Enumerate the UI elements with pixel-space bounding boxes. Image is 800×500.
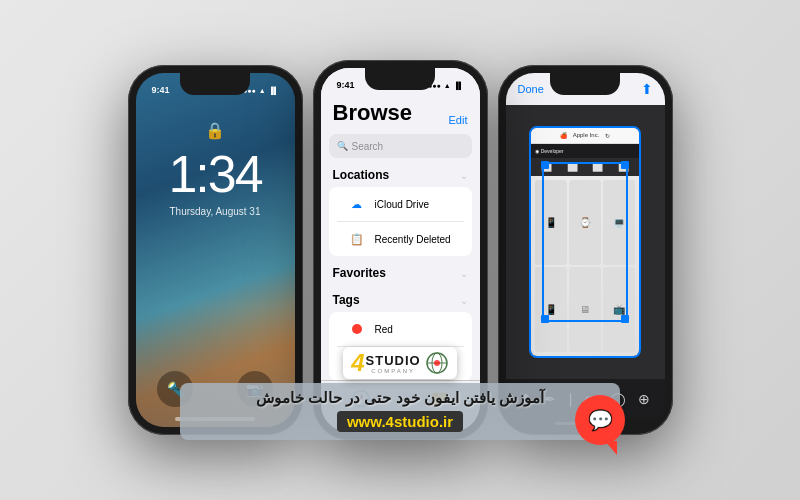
ss-inner-bar: 🍎 Apple Inc. ↻ [531,128,638,144]
tag-red-icon [347,319,367,339]
tags-chevron: ⌄ [460,295,468,306]
watermark-overlay: 4 STUDIO COMPANY آموزش یافتن ایفون خود ح… [180,347,620,440]
locations-title: Locations [333,168,390,182]
notch-3 [550,73,620,95]
icloud-drive-label: iCloud Drive [375,199,429,210]
speech-bubble-icon: 💬 [588,408,613,432]
logo-globe [425,351,449,375]
logo-area: 4 STUDIO COMPANY [180,347,620,379]
main-scene: 9:41 ●●●● ▲ ▐▌ 🔒 1:34 Thursday, August 3… [0,0,800,500]
ss-preview: 🍎 Apple Inc. ↻ ◉ Developer ⬜ ⬜ ⬜ [506,105,665,379]
browse-header: Browse Edit [321,96,480,130]
apple-logo: 🍎 [560,132,567,139]
search-bar[interactable]: 🔍 Search [329,134,472,158]
apple-url: Apple Inc. [573,132,600,138]
persian-text: آموزش یافتن ایفون خود حتی در حالت خاموش [200,389,600,407]
tag-red-label: Red [375,324,393,335]
website-url: www.4studio.ir [337,411,463,432]
logo-4: 4 [351,349,364,377]
locations-chevron: ⌄ [460,170,468,181]
status-time-1: 9:41 [152,85,170,95]
favorites-chevron: ⌄ [460,268,468,279]
logo-container: 4 STUDIO COMPANY [343,347,456,379]
add-tool[interactable]: ⊕ [638,391,650,407]
recently-deleted-label: Recently Deleted [375,234,451,245]
notch-1 [180,73,250,95]
recently-deleted-icon: 📋 [347,229,367,249]
search-placeholder: Search [352,141,384,152]
icloud-icon: ☁ [347,194,367,214]
developer-label: ◉ Developer [535,148,563,154]
tag-red-item[interactable]: Red [337,312,464,347]
logo-text-stack: STUDIO COMPANY [366,353,421,374]
logo-company-text: COMPANY [366,368,421,374]
lock-date: Thursday, August 31 [170,206,261,217]
browse-title: Browse [333,100,412,126]
lock-time: 1:34 [168,144,261,204]
battery-icon-2: ▐▌ [454,82,464,89]
favorites-title: Favorites [333,266,386,280]
corner-bl [541,315,549,323]
status-time-2: 9:41 [337,80,355,90]
battery-icon-1: ▐▌ [269,87,279,94]
speech-bubble: 💬 [575,395,625,445]
logo-studio-text: STUDIO [366,353,421,368]
tags-title: Tags [333,293,360,307]
done-button[interactable]: Done [518,83,544,95]
notch-2 [365,68,435,90]
wifi-icon-1: ▲ [259,87,266,94]
corner-tl [541,161,549,169]
recently-deleted-item[interactable]: 📋 Recently Deleted [337,222,464,256]
corner-br [621,315,629,323]
icloud-drive-item[interactable]: ☁ iCloud Drive [337,187,464,222]
edit-button[interactable]: Edit [449,114,468,126]
wifi-icon-2: ▲ [444,82,451,89]
watermark-text-bg: آموزش یافتن ایفون خود حتی در حالت خاموش … [180,383,620,440]
favorites-section-header: Favorites ⌄ [321,260,480,283]
lock-icon: 🔒 [205,121,225,140]
corner-tr [621,161,629,169]
locations-list: ☁ iCloud Drive 📋 Recently Deleted [329,187,472,256]
developer-bar: ◉ Developer [531,144,638,158]
svg-point-3 [434,360,440,366]
tags-section-header: Tags ⌄ [321,287,480,310]
search-icon: 🔍 [337,141,348,151]
selection-box [542,162,628,322]
reload-icon: ↻ [605,132,610,139]
share-icon[interactable]: ⬆ [641,81,653,97]
locations-section-header: Locations ⌄ [321,162,480,185]
ss-inner-phone: 🍎 Apple Inc. ↻ ◉ Developer ⬜ ⬜ ⬜ [529,126,640,359]
